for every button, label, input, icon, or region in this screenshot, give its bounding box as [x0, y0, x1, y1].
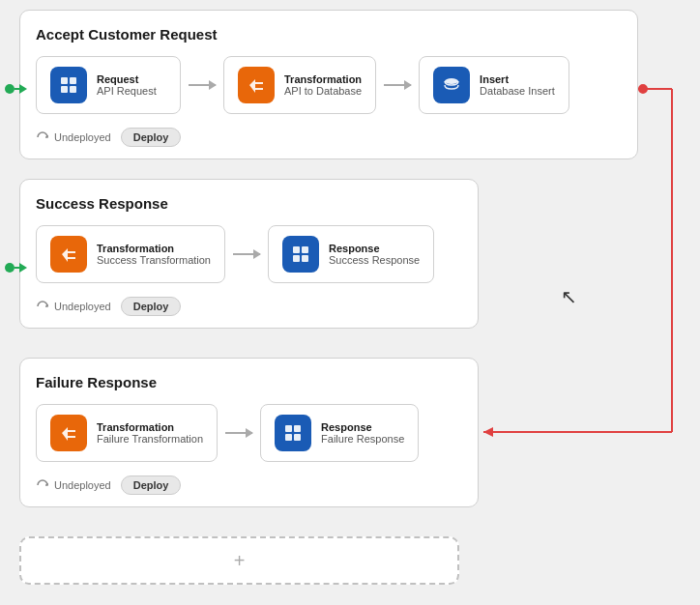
- group-failure-response: Failure Response Transformation Failure …: [19, 358, 479, 507]
- svg-rect-3: [70, 86, 76, 93]
- cursor-indicator: ↖: [561, 285, 577, 308]
- svg-marker-16: [483, 427, 493, 437]
- node-success-transformation[interactable]: Transformation Success Transformation: [36, 225, 225, 283]
- undeployed-text-failure: Undeployed: [54, 479, 111, 491]
- node-request-label: Request: [97, 73, 157, 85]
- node-insert[interactable]: Insert Database Insert: [419, 56, 569, 114]
- svg-rect-2: [61, 86, 68, 93]
- undeployed-status-failure: Undeployed: [36, 478, 111, 492]
- node-failure-response[interactable]: Response Failure Response: [260, 404, 419, 462]
- deploy-button-failure[interactable]: Deploy: [121, 475, 182, 495]
- entry-arrow-accept: [5, 84, 20, 94]
- node-failure-transform-label: Transformation: [97, 421, 203, 433]
- canvas: Accept Customer Request Request API Requ…: [0, 0, 700, 605]
- failure-response-icon: [275, 415, 311, 451]
- node-failure-transformation[interactable]: Transformation Failure Transformation: [36, 404, 218, 462]
- entry-line-success: [15, 267, 20, 269]
- group-footer-failure: Undeployed Deploy: [36, 475, 462, 495]
- node-success-transform-label: Transformation: [97, 243, 211, 254]
- undeployed-status-accept: Undeployed: [36, 130, 111, 144]
- svg-rect-11: [285, 434, 292, 441]
- entry-dot-success: [5, 263, 15, 273]
- entry-line-accept: [15, 88, 20, 90]
- success-response-icon: [282, 236, 319, 273]
- success-transformation-icon: [50, 236, 87, 273]
- node-failure-response-label: Response: [321, 421, 404, 433]
- nodes-row-accept: Request API Request Transformation API t…: [36, 56, 622, 114]
- undeployed-text-success: Undeployed: [54, 301, 111, 312]
- failure-transformation-icon: [50, 415, 87, 451]
- deploy-button-accept[interactable]: Deploy: [121, 128, 182, 147]
- node-success-response-sublabel: Success Response: [329, 254, 420, 266]
- node-success-response[interactable]: Response Success Response: [268, 225, 434, 283]
- group-success-response: Success Response Transformation Success …: [19, 179, 479, 329]
- arrow-1: [189, 84, 216, 86]
- node-success-response-label: Response: [329, 243, 420, 254]
- arrow-success: [233, 253, 260, 255]
- svg-rect-6: [302, 246, 308, 253]
- refresh-icon-failure: [36, 478, 49, 492]
- entry-arrow-success: [5, 263, 20, 273]
- svg-rect-5: [293, 246, 300, 253]
- svg-rect-9: [285, 425, 292, 432]
- add-icon: +: [234, 550, 246, 572]
- node-success-transform-sublabel: Success Transformation: [97, 254, 211, 266]
- entry-dot-accept: [5, 84, 15, 94]
- nodes-row-success: Transformation Success Transformation: [36, 225, 462, 283]
- node-insert-sublabel: Database Insert: [480, 85, 555, 97]
- undeployed-text-accept: Undeployed: [54, 131, 111, 143]
- group-footer-success: Undeployed Deploy: [36, 297, 462, 316]
- node-failure-transform-sublabel: Failure Transformation: [97, 433, 203, 445]
- node-insert-label: Insert: [480, 73, 555, 85]
- group-accept-customer-request: Accept Customer Request Request API Requ…: [19, 10, 638, 159]
- node-failure-response-sublabel: Failure Response: [321, 433, 404, 445]
- arrow-2: [384, 84, 411, 86]
- group-title-success: Success Response: [36, 195, 462, 212]
- nodes-row-failure: Transformation Failure Transformation: [36, 404, 462, 462]
- node-transformation[interactable]: Transformation API to Database: [223, 56, 376, 114]
- undeployed-status-success: Undeployed: [36, 300, 111, 313]
- svg-rect-7: [293, 255, 300, 262]
- insert-icon: [433, 67, 470, 103]
- node-request-sublabel: API Request: [97, 85, 157, 97]
- group-footer-accept: Undeployed Deploy: [36, 128, 622, 147]
- add-group-button[interactable]: +: [19, 536, 459, 585]
- group-title-failure: Failure Response: [36, 374, 462, 390]
- svg-rect-12: [294, 434, 301, 441]
- request-icon: [50, 67, 87, 103]
- arrow-failure: [225, 432, 252, 434]
- svg-rect-0: [61, 77, 68, 84]
- transformation-icon: [238, 67, 275, 103]
- exit-dot-accept: [638, 84, 648, 94]
- group-title-accept: Accept Customer Request: [36, 26, 622, 43]
- deploy-button-success[interactable]: Deploy: [121, 297, 182, 316]
- svg-point-4: [445, 78, 458, 84]
- svg-rect-1: [70, 77, 76, 84]
- node-transformation-label: Transformation: [284, 73, 362, 85]
- refresh-icon: [36, 130, 49, 144]
- refresh-icon-success: [36, 300, 49, 313]
- svg-rect-10: [294, 425, 301, 432]
- node-request[interactable]: Request API Request: [36, 56, 181, 114]
- node-transformation-sublabel: API to Database: [284, 85, 362, 97]
- svg-rect-8: [302, 255, 308, 262]
